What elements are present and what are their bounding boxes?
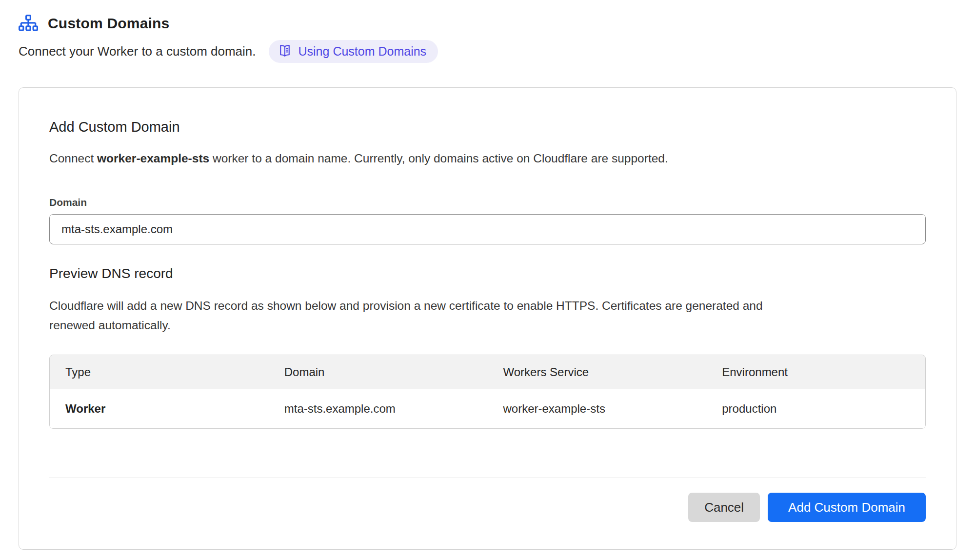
sitemap-icon [19, 15, 38, 32]
page-subtitle: Connect your Worker to a custom domain. [19, 44, 256, 59]
spacer [49, 429, 926, 478]
book-open-icon [278, 43, 292, 60]
add-custom-domain-panel: Add Custom Domain Connect worker-example… [19, 87, 956, 550]
panel-description: Connect worker-example-sts worker to a d… [49, 152, 926, 165]
domain-field-label: Domain [49, 197, 926, 208]
cell-workers-service: worker-example-sts [488, 389, 707, 428]
cell-environment: production [706, 389, 925, 428]
panel-heading: Add Custom Domain [49, 119, 926, 135]
preview-dns-description: Cloudflare will add a new DNS record as … [49, 296, 786, 335]
page-subheader: Connect your Worker to a custom domain. … [19, 40, 956, 63]
footer-divider [49, 478, 926, 478]
column-header-domain: Domain [269, 355, 488, 389]
column-header-environment: Environment [706, 355, 925, 389]
table-row: Worker mta-sts.example.com worker-exampl… [50, 389, 925, 428]
custom-domains-page: Custom Domains Connect your Worker to a … [0, 0, 975, 550]
page-header: Custom Domains [19, 15, 956, 32]
docs-link-label: Using Custom Domains [298, 44, 427, 59]
worker-name: worker-example-sts [97, 152, 209, 165]
column-header-workers-service: Workers Service [488, 355, 707, 389]
domain-input[interactable] [49, 214, 926, 244]
docs-link-using-custom-domains[interactable]: Using Custom Domains [269, 40, 438, 63]
dns-preview-table: Type Domain Workers Service Environment … [49, 355, 926, 429]
table-header-row: Type Domain Workers Service Environment [50, 355, 925, 389]
page-title: Custom Domains [48, 15, 170, 32]
cancel-button[interactable]: Cancel [688, 493, 760, 522]
cell-domain: mta-sts.example.com [269, 389, 488, 428]
cell-type: Worker [50, 389, 269, 428]
preview-dns-heading: Preview DNS record [49, 266, 926, 281]
description-suffix: worker to a domain name. Currently, only… [209, 152, 668, 165]
description-prefix: Connect [49, 152, 97, 165]
add-custom-domain-button[interactable]: Add Custom Domain [768, 493, 926, 522]
panel-footer: Cancel Add Custom Domain [49, 493, 926, 522]
column-header-type: Type [50, 355, 269, 389]
